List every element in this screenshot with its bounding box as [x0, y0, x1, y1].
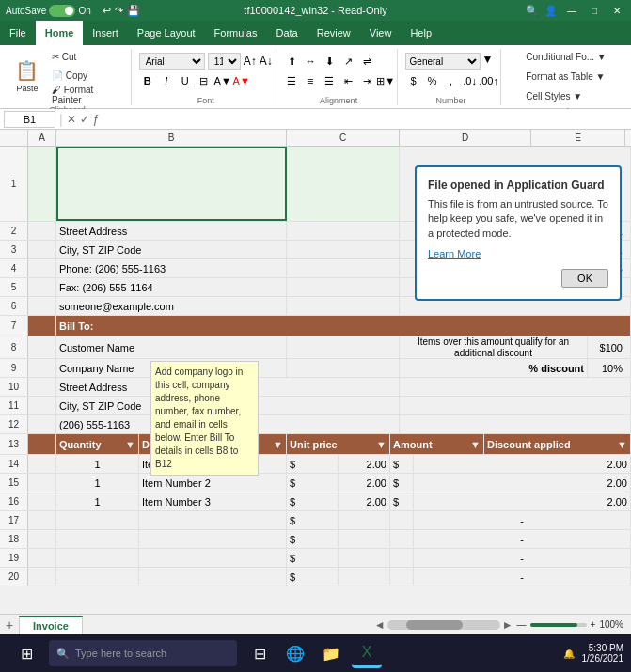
fill-color-button[interactable]: A▼ [214, 72, 231, 89]
font-size-select[interactable]: 11 [208, 53, 241, 70]
decrease-font-icon[interactable]: A↓ [260, 55, 273, 68]
cell-a6[interactable] [28, 297, 56, 315]
cell-e20-val[interactable]: - [414, 568, 631, 586]
share-icon[interactable]: 👤 [544, 5, 558, 17]
cell-a15[interactable] [28, 474, 56, 492]
cell-d13-unit[interactable]: Unit price ▼ [287, 434, 390, 454]
cell-a18[interactable] [28, 530, 56, 548]
tab-view[interactable]: View [360, 21, 402, 45]
paste-button[interactable]: 📋 Paste [9, 52, 45, 101]
border-button[interactable]: ⊟ [196, 72, 213, 89]
confirm-formula-icon[interactable]: ✓ [80, 113, 89, 126]
cell-d20-sym[interactable]: $ [287, 568, 339, 586]
format-as-table-button[interactable]: Format as Table ▼ [522, 69, 610, 86]
cell-b17[interactable] [56, 511, 139, 529]
minimize-button[interactable]: — [563, 3, 580, 18]
undo-icon[interactable]: ↩ [103, 5, 111, 17]
cell-a16[interactable] [28, 492, 56, 510]
edge-icon[interactable]: 🌐 [280, 638, 310, 668]
cell-e13-amount[interactable]: Amount ▼ [390, 434, 484, 454]
cell-d15-unit-val[interactable]: 2.00 [339, 474, 390, 492]
cell-e14-amt-val[interactable]: 2.00 [414, 455, 631, 473]
zoom-in-icon[interactable]: + [591, 619, 596, 630]
cell-e14-amt-sym[interactable]: $ [390, 455, 414, 473]
cell-e18-val[interactable]: - [414, 530, 631, 548]
cell-c3[interactable] [287, 241, 400, 258]
cell-a10[interactable] [28, 378, 56, 396]
tab-file[interactable]: File [0, 21, 36, 45]
notification-icon[interactable]: 🔔 [563, 649, 575, 659]
cell-b2[interactable]: Street Address [56, 222, 287, 240]
cell-c1[interactable] [287, 147, 400, 221]
decrease-decimal-button[interactable]: .0↓ [462, 72, 479, 89]
cell-a2[interactable] [28, 222, 56, 240]
taskbar-search[interactable]: 🔍 Type here to search [49, 640, 237, 666]
cell-e8-discount-amount[interactable]: $100 [588, 336, 631, 358]
comma-button[interactable]: , [443, 72, 460, 89]
cell-e19-val[interactable]: - [414, 549, 631, 567]
cell-b6[interactable]: someone@example.com [56, 297, 287, 315]
guard-learn-more-link[interactable]: Learn More [428, 248, 608, 259]
amt-filter-icon[interactable]: ▼ [470, 439, 481, 450]
cell-d19-sym[interactable]: $ [287, 549, 339, 567]
cell-a11[interactable] [28, 397, 56, 414]
cell-b16-qty[interactable]: 1 [56, 492, 139, 510]
cell-d14-unit-sym[interactable]: $ [287, 455, 339, 473]
scroll-left-icon[interactable]: ◄ [374, 618, 386, 632]
decrease-indent-button[interactable]: ⇤ [339, 72, 356, 89]
number-format-select[interactable]: General [405, 53, 481, 70]
cell-c8[interactable] [287, 336, 400, 358]
italic-button[interactable]: I [158, 72, 175, 89]
cell-a8[interactable] [28, 336, 56, 358]
cell-a19[interactable] [28, 549, 56, 567]
tab-insert[interactable]: Insert [83, 21, 128, 45]
start-button[interactable]: ⊞ [8, 638, 45, 668]
cell-a1[interactable] [28, 147, 56, 221]
sheet-tab-invoice[interactable]: Invoice [19, 616, 83, 634]
cell-d16-unit-sym[interactable]: $ [287, 492, 339, 510]
cell-b4[interactable]: Phone: (206) 555-1163 [56, 259, 287, 277]
cell-a4[interactable] [28, 259, 56, 277]
increase-indent-button[interactable]: ⇥ [358, 72, 375, 89]
format-painter-button[interactable]: 🖌 Format Painter [48, 86, 125, 103]
desc-filter-icon[interactable]: ▼ [273, 439, 283, 450]
cell-e15-amt-val[interactable]: 2.00 [414, 474, 631, 492]
font-color-button[interactable]: A▼ [233, 72, 250, 89]
copy-button[interactable]: 📄 Copy [48, 68, 125, 85]
tab-formulas[interactable]: Formulas [205, 21, 267, 45]
cell-d18-sym[interactable]: $ [287, 530, 339, 548]
align-center-button[interactable]: ≡ [302, 72, 319, 89]
bold-button[interactable]: B [139, 72, 156, 89]
cell-a13[interactable] [28, 434, 56, 454]
search-icon[interactable]: 🔍 [526, 5, 539, 17]
wrap-text-button[interactable]: ⇌ [358, 53, 375, 70]
cancel-formula-icon[interactable]: ✕ [67, 113, 76, 126]
cell-c19[interactable] [139, 549, 287, 567]
cell-e18-sym[interactable] [390, 530, 414, 548]
autosave-toggle[interactable]: AutoSave On [6, 5, 91, 17]
cell-c2[interactable] [287, 222, 400, 240]
insert-function-icon[interactable]: ƒ [93, 113, 100, 126]
cell-reference-box[interactable] [4, 111, 55, 128]
disc-filter-icon[interactable]: ▼ [617, 439, 627, 450]
cell-b14-qty[interactable]: 1 [56, 455, 139, 473]
maximize-button[interactable]: □ [586, 3, 603, 18]
currency-button[interactable]: $ [405, 72, 422, 89]
cell-e9-pct-value[interactable]: 10% [588, 359, 631, 377]
cell-e19-sym[interactable] [390, 549, 414, 567]
align-middle-button[interactable]: ↔ [302, 53, 319, 70]
number-format-dropdown-icon[interactable]: ▼ [482, 53, 494, 70]
tab-home[interactable]: Home [36, 21, 84, 45]
cell-c15-desc[interactable]: Item Number 2 [139, 474, 287, 492]
align-left-button[interactable]: ☰ [283, 72, 300, 89]
cell-c18[interactable] [139, 530, 287, 548]
cell-e20-sym[interactable] [390, 568, 414, 586]
percent-button[interactable]: % [424, 72, 441, 89]
conditional-formatting-button[interactable]: Conditional Fo... ▼ [522, 49, 610, 66]
cell-e16-amt-val[interactable]: 2.00 [414, 492, 631, 510]
increase-font-icon[interactable]: A↑ [244, 55, 257, 68]
cell-d18-val[interactable] [339, 530, 390, 548]
cell-d17-val[interactable] [339, 511, 390, 529]
unit-filter-icon[interactable]: ▼ [376, 439, 386, 450]
cell-a5[interactable] [28, 278, 56, 296]
